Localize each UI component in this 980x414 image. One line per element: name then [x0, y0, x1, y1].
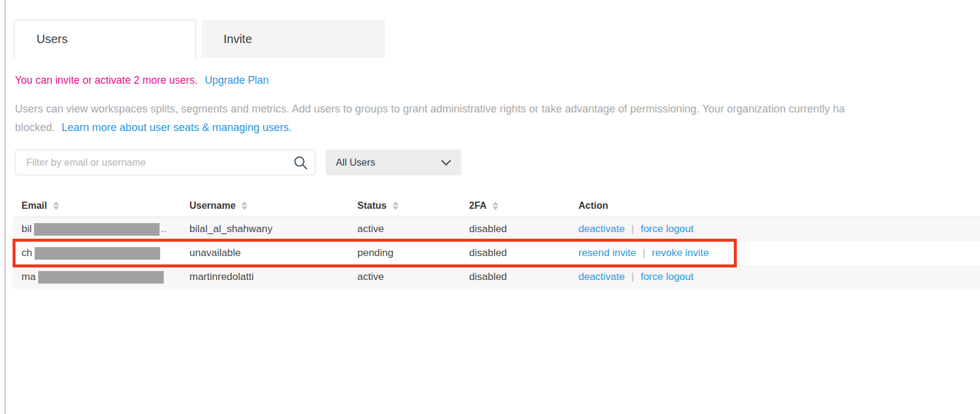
filter-input[interactable] [15, 150, 316, 175]
email-visible-prefix: ma [22, 271, 36, 283]
description-line1: Users can view workspaces splits, segmen… [15, 100, 980, 118]
chevron-down-icon [441, 160, 451, 166]
revoke-invite-link[interactable]: revoke invite [652, 247, 709, 259]
2fa-cell: disabled [469, 271, 578, 283]
column-header-2fa-label: 2FA [469, 200, 486, 211]
email-redaction-box [35, 247, 160, 260]
table-row: ma martinredolatti active disabled deact… [13, 265, 980, 289]
user-filter-dropdown[interactable]: All Users [326, 150, 461, 175]
sort-icon[interactable] [241, 202, 247, 210]
tab-invite-label: Invite [223, 32, 252, 46]
tab-bar: Users Invite [14, 20, 385, 58]
column-header-status-label: Status [357, 200, 387, 211]
search-icon[interactable] [293, 155, 308, 171]
table-header-row: Email Username Status 2FA Action [13, 194, 980, 217]
users-table: Email Username Status 2FA Action bil .. … [13, 194, 980, 289]
username-cell: unavailable [189, 247, 357, 259]
column-header-action-label: Action [578, 200, 608, 211]
page-left-edge-divider [4, 0, 6, 414]
user-filter-dropdown-value: All Users [336, 157, 375, 168]
learn-more-link[interactable]: Learn more about user seats & managing u… [62, 121, 292, 133]
resend-invite-link[interactable]: resend invite [578, 247, 636, 259]
users-description: Users can view workspaces splits, segmen… [15, 100, 980, 137]
sort-icon[interactable] [492, 202, 498, 210]
force-logout-link[interactable]: force logout [641, 223, 694, 235]
status-cell: active [357, 223, 469, 235]
filter-input-wrap [15, 150, 316, 175]
2fa-cell: disabled [469, 223, 578, 235]
action-separator: | [632, 223, 634, 235]
force-logout-link[interactable]: force logout [641, 271, 694, 283]
column-header-action: Action [578, 200, 980, 211]
action-separator: | [632, 271, 634, 283]
deactivate-link[interactable]: deactivate [578, 271, 625, 283]
tab-invite[interactable]: Invite [201, 20, 385, 58]
seats-notice-message: You can invite or activate 2 more users. [15, 74, 198, 86]
status-cell: pending [357, 247, 469, 259]
column-header-email[interactable]: Email [13, 200, 189, 211]
upgrade-plan-link[interactable]: Upgrade Plan [205, 74, 269, 86]
action-cell: deactivate | force logout [578, 271, 980, 283]
email-truncation: .. [161, 223, 166, 235]
sort-icon[interactable] [53, 202, 59, 210]
email-visible-prefix: ch [22, 247, 32, 259]
deactivate-link[interactable]: deactivate [578, 223, 625, 235]
2fa-cell: disabled [469, 247, 578, 259]
seats-notice: You can invite or activate 2 more users.… [15, 74, 269, 87]
tab-users[interactable]: Users [14, 20, 196, 58]
description-line2: blocked. Learn more about user seats & m… [15, 118, 980, 137]
action-cell: deactivate | force logout [578, 223, 980, 235]
email-visible-prefix: bil [22, 223, 32, 235]
email-cell: bil .. [13, 223, 189, 236]
username-cell: bilal_al_shahwany [189, 223, 357, 235]
action-cell: resend invite | revoke invite [578, 247, 980, 259]
column-header-username-label: Username [189, 200, 235, 211]
email-redaction-box [34, 223, 160, 236]
tab-users-label: Users [36, 32, 68, 46]
table-row-highlighted: ch unavailable pending disabled resend i… [13, 241, 980, 265]
table-row: bil .. bilal_al_shahwany active disabled… [13, 217, 980, 241]
username-cell: martinredolatti [189, 271, 357, 283]
column-header-2fa[interactable]: 2FA [469, 200, 578, 211]
email-redaction-box [38, 271, 164, 284]
column-header-username[interactable]: Username [189, 200, 357, 211]
email-cell: ma [13, 271, 189, 284]
description-line2-prefix: blocked. [15, 121, 55, 133]
column-header-email-label: Email [22, 200, 47, 211]
sort-icon[interactable] [393, 202, 399, 210]
action-separator: | [642, 247, 645, 259]
column-header-status[interactable]: Status [357, 200, 469, 211]
email-cell: ch [13, 247, 189, 260]
status-cell: active [357, 271, 469, 283]
